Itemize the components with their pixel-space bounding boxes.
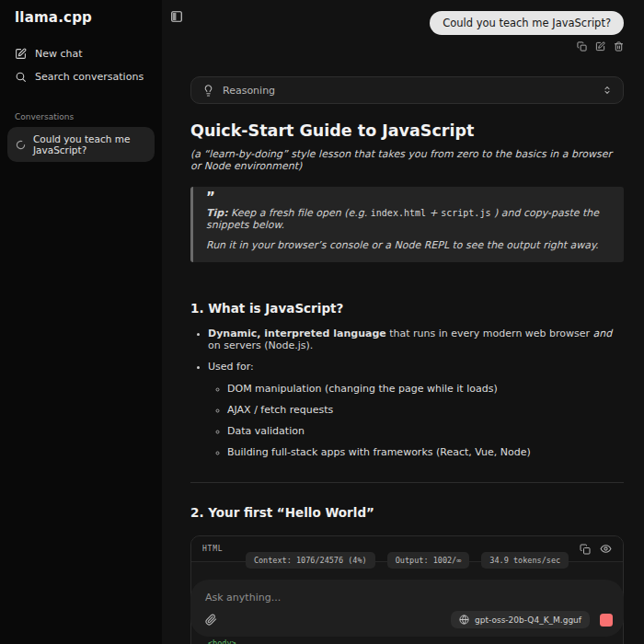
tip-blockquote: ” Tip: Keep a fresh file open (e.g. inde… (190, 187, 624, 262)
section-1-heading: 1. What is JavaScript? (190, 301, 624, 316)
app-window: llama.cpp New chat Search conversations … (0, 0, 644, 644)
search-label: Search conversations (35, 71, 144, 83)
delete-icon[interactable] (614, 41, 624, 52)
model-selector[interactable]: gpt-oss-20b-Q4_K_M.gguf (451, 611, 590, 628)
section-1-list: Dynamic, interpreted language that runs … (190, 328, 624, 458)
new-chat-button[interactable]: New chat (7, 42, 155, 65)
generation-stats: Context: 1076/24576 (4%) Output: 1002/∞ … (190, 552, 624, 569)
list-item: DOM manipulation (changing the page whil… (227, 383, 624, 395)
reasoning-label: Reasoning (223, 85, 275, 97)
model-name: gpt-oss-20b-Q4_K_M.gguf (475, 615, 581, 625)
section-2-heading: 2. Your first “Hello World” (190, 505, 624, 520)
app-title: llama.cpp (7, 9, 155, 26)
spinner-icon (16, 140, 26, 150)
search-icon (15, 71, 27, 83)
used-for-sublist: DOM manipulation (changing the page whil… (208, 383, 624, 458)
new-chat-icon (15, 48, 27, 60)
sidebar-item-conversation[interactable]: Could you teach me JavaScript? (7, 127, 155, 162)
attach-file-icon[interactable] (205, 614, 217, 626)
stop-generation-button[interactable] (600, 614, 613, 627)
sidebar-toggle-icon[interactable] (170, 10, 183, 23)
article-title: Quick-Start Guide to JavaScript (190, 121, 624, 140)
section-divider (190, 482, 624, 483)
chevron-up-down-icon[interactable] (603, 86, 612, 95)
list-item: AJAX / fetch requests (227, 404, 624, 416)
article-subtitle: (a “learn-by-doing” style lesson that ta… (190, 148, 624, 172)
conversations-section-label: Conversations (7, 112, 155, 121)
new-chat-label: New chat (35, 48, 83, 60)
speed-badge: 34.9 tokens/sec (481, 552, 569, 569)
context-badge: Context: 1076/24576 (4%) (246, 552, 375, 569)
model-icon (459, 615, 469, 625)
list-item: Building full-stack apps with frameworks… (227, 446, 624, 458)
reasoning-collapsible[interactable]: Reasoning (190, 76, 624, 104)
composer[interactable]: Ask anything... gpt-oss-20b-Q4_K_M.gguf (190, 580, 624, 637)
message-actions (190, 41, 624, 52)
chat-area: Could you teach me JavaScript? Reasoning (190, 0, 624, 644)
search-conversations-button[interactable]: Search conversations (7, 65, 155, 88)
edit-icon[interactable] (595, 41, 605, 52)
lightbulb-icon (202, 85, 214, 97)
message-input[interactable]: Ask anything... (205, 592, 611, 604)
quote-icon: ” (206, 191, 611, 204)
tip-line-1: Tip: Keep a fresh file open (e.g. index.… (206, 207, 611, 231)
sidebar: llama.cpp New chat Search conversations … (0, 0, 162, 644)
list-item: Used for: DOM manipulation (changing the… (208, 361, 624, 458)
conversation-title: Could you teach me JavaScript? (33, 133, 146, 155)
copy-icon[interactable] (577, 41, 587, 52)
list-item: Dynamic, interpreted language that runs … (208, 328, 624, 351)
list-item: Data validation (227, 425, 624, 437)
output-badge: Output: 1002/∞ (387, 552, 470, 569)
tip-line-2: Run it in your browser’s console or a No… (206, 239, 611, 251)
user-message-bubble: Could you teach me JavaScript? (430, 11, 624, 35)
